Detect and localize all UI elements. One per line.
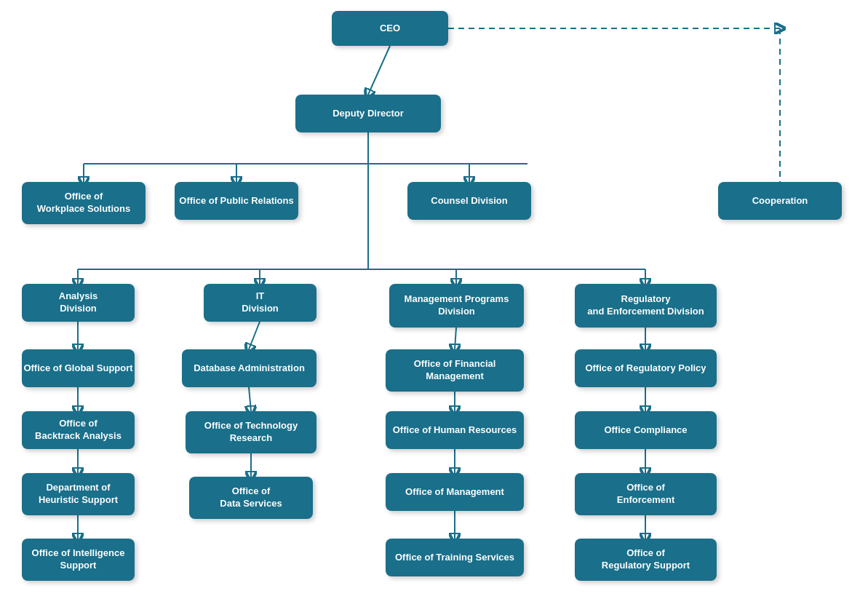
finmgmt-node: Office of FinancialManagement	[386, 349, 524, 392]
svg-line-21	[455, 328, 456, 349]
regpolicy-node: Office of Regulatory Policy	[575, 349, 717, 387]
offmgmt-node: Office of Management	[386, 473, 524, 511]
ceo-node: CEO	[332, 11, 448, 46]
globalsupport-node: Office of Global Support	[22, 349, 135, 387]
org-chart: CEO Deputy Director Office ofWorkplace S…	[0, 0, 868, 29]
heuristic-node: Department ofHeuristic Support	[22, 473, 135, 515]
deputy-node: Deputy Director	[295, 95, 441, 132]
regsupport-node: Office ofRegulatory Support	[575, 539, 717, 581]
svg-line-19	[249, 387, 251, 411]
svg-line-0	[368, 46, 390, 95]
dbadmin-node: Database Administration	[182, 349, 316, 387]
enforcement-node: Office ofEnforcement	[575, 473, 717, 515]
compliance-node: Office Compliance	[575, 411, 717, 449]
it-node: ITDivision	[204, 284, 316, 322]
backtrack-node: Office ofBacktrack Analysis	[22, 411, 135, 449]
workplace-node: Office ofWorkplace Solutions	[22, 182, 146, 224]
humanres-node: Office of Human Resources	[386, 411, 524, 449]
techresearch-node: Office of TechnologyResearch	[186, 411, 316, 453]
reg-node: Regulatoryand Enforcement Division	[575, 284, 717, 328]
svg-line-18	[249, 322, 260, 349]
mgmt-node: Management ProgramsDivision	[389, 284, 524, 328]
cooperation-node: Cooperation	[718, 182, 842, 220]
analysis-node: AnalysisDivision	[22, 284, 135, 322]
intelligence-node: Office of IntelligenceSupport	[22, 539, 135, 581]
dataservices-node: Office ofData Services	[189, 477, 313, 519]
publicrel-node: Office of Public Relations	[175, 182, 298, 220]
counsel-node: Counsel Division	[407, 182, 531, 220]
training-node: Office of Training Services	[386, 539, 524, 576]
